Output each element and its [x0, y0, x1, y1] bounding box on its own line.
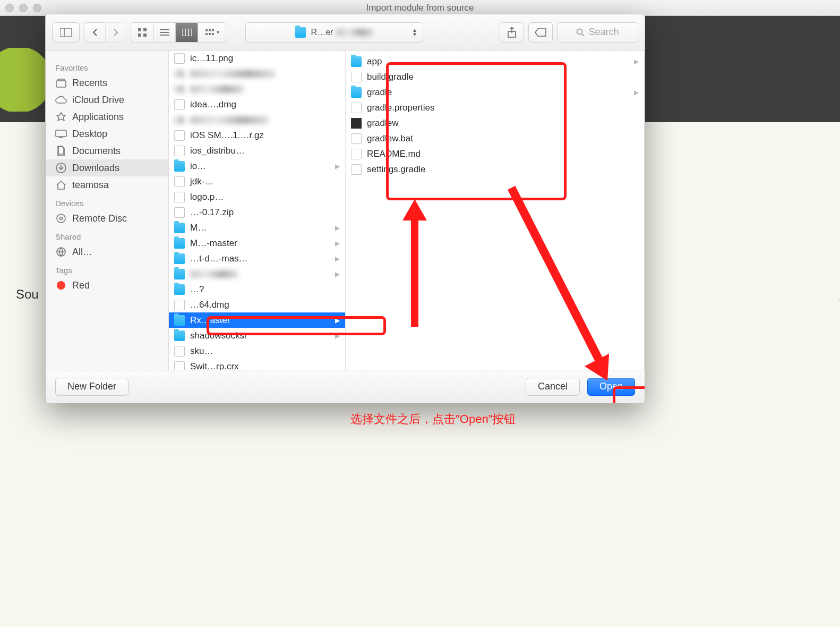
sidebar-item[interactable]: Desktop — [46, 125, 168, 142]
file-row[interactable]: Rx…aster▶ — [169, 312, 345, 328]
cancel-button[interactable]: Cancel — [526, 378, 580, 396]
view-gallery-button[interactable]: ▾ — [198, 22, 226, 43]
blur-icon — [174, 116, 185, 124]
sidebar-toggle-button[interactable] — [52, 22, 80, 43]
file-row[interactable]: gradlew — [346, 115, 644, 131]
path-popup[interactable]: R…er ▲▼ — [245, 22, 423, 43]
window-title: Import module from source — [366, 3, 474, 13]
nav-back-button[interactable] — [84, 22, 105, 43]
file-row[interactable]: …-0.17.zip — [169, 205, 345, 220]
sidebar-item[interactable]: iCloud Drive — [46, 91, 168, 108]
folder-icon — [174, 223, 185, 233]
column-1[interactable]: ic…11.pngidea….dmgiOS SM….1.…r.gzios_dis… — [169, 50, 346, 370]
doc-icon — [174, 300, 185, 310]
sidebar-item[interactable]: Red — [46, 277, 168, 294]
file-row[interactable]: M…-master▶ — [169, 235, 345, 251]
sidebar-item[interactable]: Recents — [46, 74, 168, 91]
doc-icon — [174, 207, 185, 218]
doc-icon — [351, 149, 362, 159]
file-row[interactable]: ▶ — [169, 266, 345, 282]
sidebar-item[interactable]: Applications — [46, 108, 168, 125]
file-row[interactable]: gradlew.bat — [346, 131, 644, 146]
file-row[interactable] — [169, 112, 345, 128]
folder-icon — [295, 27, 306, 38]
file-row[interactable]: iOS SM….1.…r.gz — [169, 128, 345, 143]
file-label: README.md — [367, 149, 421, 159]
file-row[interactable]: logo.p… — [169, 189, 345, 205]
sidebar-item[interactable]: teamosa — [46, 176, 168, 193]
file-row[interactable]: Swit…rp.crx — [169, 359, 345, 370]
sidebar-item[interactable]: Downloads — [46, 159, 168, 176]
file-row[interactable]: settings.gradle — [346, 162, 644, 177]
file-label: build.gradle — [367, 72, 414, 82]
file-row[interactable]: io…▶ — [169, 158, 345, 174]
file-row[interactable]: M…▶ — [169, 220, 345, 235]
svg-rect-5 — [143, 33, 147, 37]
open-button[interactable]: Open — [587, 378, 635, 396]
file-label: gradlew.bat — [367, 133, 413, 144]
file-row[interactable]: gradle▶ — [346, 84, 644, 100]
doc-icon — [174, 192, 185, 202]
file-label: idea….dmg — [190, 99, 236, 110]
file-row[interactable]: jdk-… — [169, 174, 345, 189]
file-row[interactable]: shadowsocksr▶ — [169, 328, 345, 343]
chevron-right-icon: ▶ — [335, 270, 340, 278]
file-row[interactable]: ios_distribu… — [169, 143, 345, 158]
svg-rect-13 — [209, 29, 211, 31]
file-label: ic…11.png — [190, 53, 233, 64]
nav-forward-button[interactable] — [105, 22, 126, 43]
doc-icon — [351, 164, 362, 175]
view-columns-button[interactable] — [175, 22, 198, 43]
sidebar-icon — [55, 246, 67, 258]
truncation-ellipsis: … — [838, 290, 840, 304]
chevron-right-icon: ▶ — [634, 58, 639, 65]
file-row[interactable]: README.md — [346, 146, 644, 162]
dialog-footer: New Folder Cancel Open — [46, 370, 645, 403]
share-button[interactable] — [500, 22, 524, 43]
sidebar-item[interactable]: Documents — [46, 142, 168, 159]
sidebar-item-label: Downloads — [72, 163, 119, 174]
file-label: iOS SM….1.…r.gz — [190, 130, 264, 141]
file-row[interactable]: …? — [169, 282, 345, 297]
sidebar-icon — [55, 162, 67, 174]
tags-button[interactable] — [528, 22, 553, 43]
file-row[interactable]: idea….dmg — [169, 97, 345, 112]
view-list-button[interactable] — [153, 22, 175, 43]
sidebar-head-tags: Tags — [46, 264, 168, 277]
svg-rect-12 — [205, 29, 208, 31]
file-row[interactable]: build.gradle — [346, 69, 644, 84]
sidebar-item-label: Remote Disc — [72, 213, 127, 224]
svg-rect-22 — [56, 130, 66, 137]
svg-rect-9 — [182, 29, 192, 36]
file-row[interactable]: sku… — [169, 343, 345, 359]
search-field[interactable]: Search — [557, 22, 639, 43]
file-row[interactable] — [169, 81, 345, 97]
sidebar-item-label: Applications — [72, 112, 124, 123]
chevron-right-icon: ▶ — [335, 332, 340, 340]
sidebar-item[interactable]: All… — [46, 243, 168, 260]
file-row[interactable]: app▶ — [346, 54, 644, 69]
file-label: gradlew — [367, 118, 399, 129]
column-2[interactable]: app▶build.gradlegradle▶gradle.properties… — [346, 50, 645, 370]
doc-icon — [351, 72, 362, 82]
file-row[interactable]: ic…11.png — [169, 50, 345, 66]
dialog-body: Favorites RecentsiCloud DriveApplication… — [46, 50, 645, 370]
dialog-toolbar: ▾ R…er ▲▼ Search — [46, 14, 645, 50]
chevron-right-icon: ▶ — [634, 89, 639, 96]
file-label: M… — [190, 223, 207, 233]
sidebar-item[interactable]: Remote Disc — [46, 210, 168, 227]
folder-icon — [174, 269, 185, 279]
svg-rect-15 — [205, 33, 208, 35]
file-row[interactable]: …t-d…-mas…▶ — [169, 251, 345, 266]
file-row[interactable]: gradle.properties — [346, 100, 644, 115]
folder-icon — [174, 331, 185, 341]
file-row[interactable]: …64.dmg — [169, 297, 345, 312]
new-folder-button[interactable]: New Folder — [55, 378, 128, 396]
svg-rect-0 — [60, 28, 72, 37]
file-row[interactable] — [169, 66, 345, 81]
doc-icon — [351, 133, 362, 144]
svg-rect-21 — [56, 81, 66, 87]
view-icons-button[interactable] — [131, 22, 153, 43]
sidebar-item-label: All… — [72, 247, 92, 258]
window-traffic-lights[interactable] — [5, 4, 41, 12]
